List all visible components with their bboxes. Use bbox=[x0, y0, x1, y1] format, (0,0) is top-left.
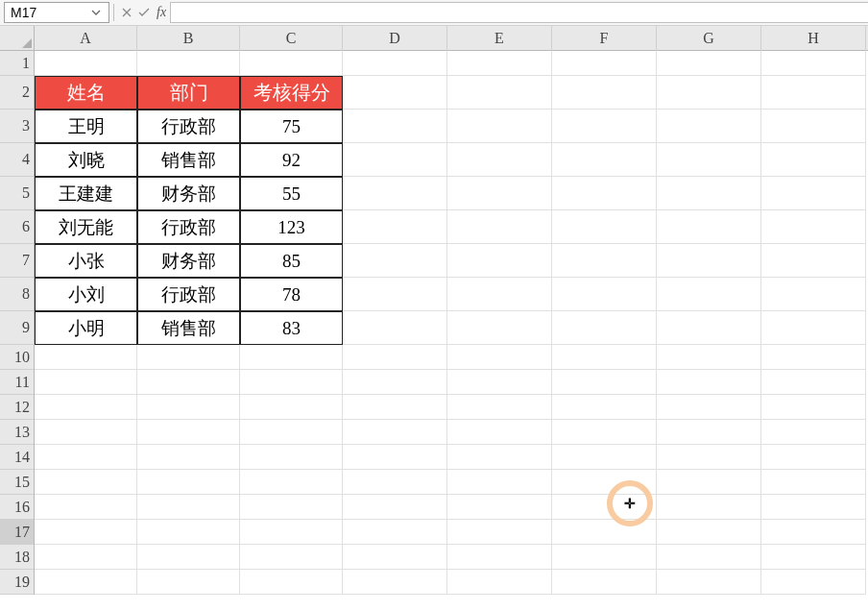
cell-C7[interactable]: 85 bbox=[240, 244, 343, 278]
row-header-14[interactable]: 14 bbox=[0, 445, 34, 470]
cell-H9[interactable] bbox=[761, 311, 866, 345]
cell-G13[interactable] bbox=[657, 420, 761, 445]
cell-A13[interactable] bbox=[35, 420, 137, 445]
row-header-2[interactable]: 2 bbox=[0, 76, 34, 110]
cell-A15[interactable] bbox=[35, 470, 137, 495]
chevron-down-icon[interactable] bbox=[89, 6, 103, 19]
cell-C9[interactable]: 83 bbox=[240, 311, 343, 345]
cell-B1[interactable] bbox=[137, 51, 240, 76]
cell-C14[interactable] bbox=[240, 445, 343, 470]
row-header-6[interactable]: 6 bbox=[0, 210, 34, 244]
column-header-D[interactable]: D bbox=[343, 26, 447, 51]
cell-C5[interactable]: 55 bbox=[240, 177, 343, 210]
cell-D18[interactable] bbox=[343, 545, 447, 570]
cell-B10[interactable] bbox=[137, 345, 240, 370]
row-header-12[interactable]: 12 bbox=[0, 395, 34, 420]
row-header-3[interactable]: 3 bbox=[0, 110, 34, 143]
cell-D5[interactable] bbox=[343, 177, 447, 210]
cell-H6[interactable] bbox=[761, 210, 866, 244]
cell-H19[interactable] bbox=[761, 570, 866, 595]
cells-area[interactable]: 姓名部门考核得分王明行政部75刘晓销售部92王建建财务部55刘无能行政部123小… bbox=[35, 51, 868, 611]
cell-G9[interactable] bbox=[657, 311, 761, 345]
cell-B7[interactable]: 财务部 bbox=[137, 244, 240, 278]
cell-H17[interactable] bbox=[761, 520, 866, 545]
cell-A9[interactable]: 小明 bbox=[35, 311, 137, 345]
column-header-A[interactable]: A bbox=[35, 26, 137, 51]
cell-F4[interactable] bbox=[552, 143, 657, 177]
row-header-8[interactable]: 8 bbox=[0, 278, 34, 311]
cell-F3[interactable] bbox=[552, 110, 657, 143]
cell-G2[interactable] bbox=[657, 76, 761, 110]
cell-G7[interactable] bbox=[657, 244, 761, 278]
cell-E19[interactable] bbox=[447, 570, 552, 595]
cell-H18[interactable] bbox=[761, 545, 866, 570]
cell-F19[interactable] bbox=[552, 570, 657, 595]
row-header-5[interactable]: 5 bbox=[0, 177, 34, 210]
cell-H5[interactable] bbox=[761, 177, 866, 210]
cell-E15[interactable] bbox=[447, 470, 552, 495]
cell-H14[interactable] bbox=[761, 445, 866, 470]
cell-C18[interactable] bbox=[240, 545, 343, 570]
cell-C10[interactable] bbox=[240, 345, 343, 370]
cell-B16[interactable] bbox=[137, 495, 240, 520]
row-header-10[interactable]: 10 bbox=[0, 345, 34, 370]
cell-C11[interactable] bbox=[240, 370, 343, 395]
select-all-corner[interactable] bbox=[0, 26, 35, 51]
cell-B18[interactable] bbox=[137, 545, 240, 570]
cell-G14[interactable] bbox=[657, 445, 761, 470]
row-header-11[interactable]: 11 bbox=[0, 370, 34, 395]
cell-F17[interactable] bbox=[552, 520, 657, 545]
cell-H13[interactable] bbox=[761, 420, 866, 445]
cell-E13[interactable] bbox=[447, 420, 552, 445]
cell-D19[interactable] bbox=[343, 570, 447, 595]
cell-D4[interactable] bbox=[343, 143, 447, 177]
cell-H11[interactable] bbox=[761, 370, 866, 395]
cell-G5[interactable] bbox=[657, 177, 761, 210]
cell-D1[interactable] bbox=[343, 51, 447, 76]
formula-input[interactable] bbox=[170, 2, 868, 23]
cell-D3[interactable] bbox=[343, 110, 447, 143]
cell-A14[interactable] bbox=[35, 445, 137, 470]
cell-F10[interactable] bbox=[552, 345, 657, 370]
cell-A2[interactable]: 姓名 bbox=[35, 76, 137, 110]
cell-D10[interactable] bbox=[343, 345, 447, 370]
cell-B3[interactable]: 行政部 bbox=[137, 110, 240, 143]
cell-H16[interactable] bbox=[761, 495, 866, 520]
row-header-1[interactable]: 1 bbox=[0, 51, 34, 76]
cell-G6[interactable] bbox=[657, 210, 761, 244]
cell-C17[interactable] bbox=[240, 520, 343, 545]
cell-B17[interactable] bbox=[137, 520, 240, 545]
cell-F14[interactable] bbox=[552, 445, 657, 470]
cell-F13[interactable] bbox=[552, 420, 657, 445]
cell-E3[interactable] bbox=[447, 110, 552, 143]
cell-G12[interactable] bbox=[657, 395, 761, 420]
cell-D11[interactable] bbox=[343, 370, 447, 395]
cell-B8[interactable]: 行政部 bbox=[137, 278, 240, 311]
confirm-icon[interactable] bbox=[135, 4, 153, 21]
cell-H2[interactable] bbox=[761, 76, 866, 110]
cell-G10[interactable] bbox=[657, 345, 761, 370]
cell-D13[interactable] bbox=[343, 420, 447, 445]
cell-D16[interactable] bbox=[343, 495, 447, 520]
cell-B2[interactable]: 部门 bbox=[137, 76, 240, 110]
row-header-7[interactable]: 7 bbox=[0, 244, 34, 278]
cell-G4[interactable] bbox=[657, 143, 761, 177]
cell-C19[interactable] bbox=[240, 570, 343, 595]
cell-E6[interactable] bbox=[447, 210, 552, 244]
cell-G8[interactable] bbox=[657, 278, 761, 311]
spreadsheet-grid[interactable]: ABCDEFGH 12345678910111213141516171819 姓… bbox=[0, 26, 868, 611]
cell-A7[interactable]: 小张 bbox=[35, 244, 137, 278]
cell-C6[interactable]: 123 bbox=[240, 210, 343, 244]
cell-A11[interactable] bbox=[35, 370, 137, 395]
cell-C12[interactable] bbox=[240, 395, 343, 420]
cell-D12[interactable] bbox=[343, 395, 447, 420]
cell-F7[interactable] bbox=[552, 244, 657, 278]
cell-H1[interactable] bbox=[761, 51, 866, 76]
cell-G11[interactable] bbox=[657, 370, 761, 395]
cell-H12[interactable] bbox=[761, 395, 866, 420]
cell-A5[interactable]: 王建建 bbox=[35, 177, 137, 210]
cell-E10[interactable] bbox=[447, 345, 552, 370]
name-box[interactable]: M17 bbox=[4, 2, 109, 23]
cell-E16[interactable] bbox=[447, 495, 552, 520]
cell-E9[interactable] bbox=[447, 311, 552, 345]
